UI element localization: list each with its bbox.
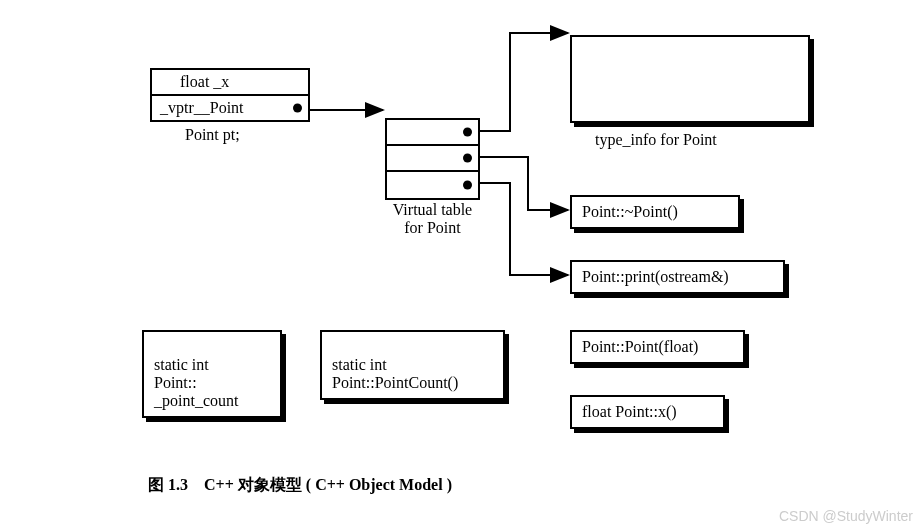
vtable-dot2-icon: [463, 181, 472, 190]
vfunc-dtor-label: Point::~Point(): [582, 203, 678, 220]
vtable-box: [385, 118, 480, 200]
vtable-dot0-icon: [463, 128, 472, 137]
figure-caption: 图 1.3 C++ 对象模型 ( C++ Object Model ): [148, 475, 452, 496]
typeinfo-label: type_info for Point: [595, 131, 717, 149]
static-func-box: static int Point::PointCount(): [320, 330, 505, 400]
object-instance-label: Point pt;: [185, 126, 240, 144]
nonvirtual-x-box: float Point::x(): [570, 395, 725, 429]
vfunc-print-box: Point::print(ostream&): [570, 260, 785, 294]
object-vptr-dot-icon: [293, 104, 302, 113]
object-member-x-label: float _x: [160, 73, 229, 90]
caption-zh: C++ 对象模型: [204, 476, 302, 493]
static-member-box: static int Point:: _point_count: [142, 330, 282, 418]
caption-num: 图 1.3: [148, 476, 188, 493]
nonvirtual-ctor-box: Point::Point(float): [570, 330, 745, 364]
vtable-slot-1: [387, 146, 478, 172]
vtable-slot-0: [387, 120, 478, 146]
static-member-label: static int Point:: _point_count: [154, 356, 238, 409]
object-box: float _x _vptr__Point: [150, 68, 310, 122]
object-vptr-label: _vptr__Point: [160, 99, 244, 116]
vfunc-print-label: Point::print(ostream&): [582, 268, 729, 285]
vtable-slot-2: [387, 172, 478, 198]
nonvirtual-x-label: float Point::x(): [582, 403, 677, 420]
vtable-label: Virtual table for Point: [375, 201, 490, 237]
watermark-label: CSDN @StudyWinter: [779, 508, 913, 524]
caption-en: ( C++ Object Model ): [306, 476, 452, 493]
object-member-x: float _x: [152, 70, 308, 96]
typeinfo-box: [570, 35, 810, 123]
vtable-dot1-icon: [463, 154, 472, 163]
static-func-label: static int Point::PointCount(): [332, 356, 458, 391]
nonvirtual-ctor-label: Point::Point(float): [582, 338, 698, 355]
vfunc-dtor-box: Point::~Point(): [570, 195, 740, 229]
object-vptr: _vptr__Point: [152, 96, 308, 120]
